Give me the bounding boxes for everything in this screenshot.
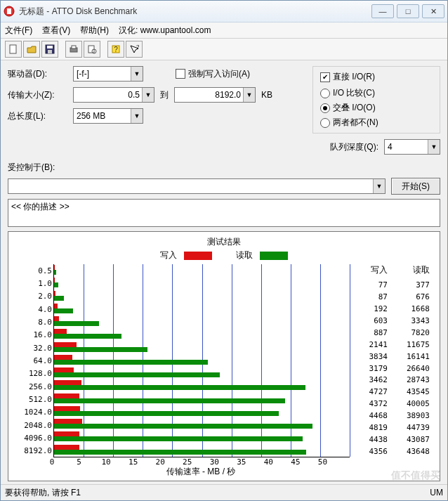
status-right-text: UM [430,488,443,497]
io-overlap-radio[interactable]: 交叠 I/O(O) [320,102,433,114]
print-icon[interactable] [65,41,82,58]
total-length-select[interactable]: 256 MB▼ [73,108,143,124]
menu-help[interactable]: 帮助(H) [80,25,109,37]
status-help-text: 要获得帮助, 请按 F1 [5,487,81,499]
write-column: 写入77871926038872141383431793462472743724… [350,264,392,457]
transfer-unit: KB [261,90,272,100]
open-icon[interactable] [23,41,40,58]
legend-read-swatch [260,252,288,260]
queue-depth-select[interactable]: 4▼ [384,139,440,155]
direct-io-checkbox[interactable]: ✔直接 I/O(R) [320,71,433,83]
statusbar: 要获得帮助, 请按 F1 UM [1,484,447,500]
toolbar: ? ? [1,39,447,60]
controlled-by-select[interactable]: ▼ [8,178,386,194]
close-button[interactable]: ✕ [422,4,444,18]
menu-sinicize[interactable]: 汉化: www.upantool.com [119,25,211,37]
transfer-from-select[interactable]: 0.5▼ [73,87,154,103]
svg-rect-4 [47,46,53,48]
titlebar: 无标题 - ATTO Disk Benchmark — □ ✕ [1,1,447,22]
controlled-by-label: 受控制于(B): [8,162,55,174]
results-title: 测试结果 [14,236,434,248]
queue-depth-label: 队列深度(Q): [330,141,378,153]
io-options-group: ✔直接 I/O(R) I/O 比较(C) 交叠 I/O(O) 两者都不(N) [312,66,440,134]
body: 驱动器(D): [-f-]▼ 强制写入访问(A) 传输大小(Z): 0.5▼ 到… [1,60,447,484]
io-compare-radio[interactable]: I/O 比较(C) [320,87,433,99]
legend: 写入 读取 [14,249,434,261]
help-icon[interactable]: ? [107,41,124,58]
minimize-button[interactable]: — [371,4,394,18]
x-axis-label: 传输速率 - MB / 秒 [52,466,350,478]
transfer-to-select[interactable]: 8192.0▼ [174,87,256,103]
maximize-button[interactable]: □ [397,4,419,18]
svg-rect-2 [10,45,16,53]
y-axis-labels: 0.51.02.04.08.016.032.064.0128.0256.0512… [14,264,53,457]
drive-select[interactable]: [-f-]▼ [73,66,143,82]
context-help-icon[interactable]: ? [126,41,143,58]
window-title: 无标题 - ATTO Disk Benchmark [19,6,371,18]
io-neither-radio[interactable]: 两者都不(N) [320,117,433,129]
app-icon [4,6,15,17]
drive-label: 驱动器(D): [8,68,67,80]
svg-text:?: ? [136,44,139,50]
svg-rect-5 [48,50,52,53]
legend-read-label: 读取 [236,249,253,261]
menu-view[interactable]: 查看(V) [42,25,70,37]
transfer-size-label: 传输大小(Z): [8,89,67,101]
legend-write-swatch [184,252,212,260]
new-icon[interactable] [5,41,22,58]
window-controls: — □ ✕ [371,4,444,18]
save-icon[interactable] [41,41,58,58]
legend-write-label: 写入 [160,249,177,261]
print-preview-icon[interactable] [84,41,100,58]
chart-area: 0.51.02.04.08.016.032.064.0128.0256.0512… [14,264,434,457]
force-write-checkbox[interactable]: 强制写入访问(A) [176,68,250,80]
read-column: 读取37767616683343782011675161412664028743… [392,264,434,457]
total-length-label: 总长度(L): [8,110,67,122]
results-panel: 测试结果 写入 读取 0.51.02.04.08.016.032.064.012… [8,231,440,481]
start-button[interactable]: 开始(S) [391,178,440,195]
svg-text:?: ? [114,46,118,53]
app-window: 无标题 - ATTO Disk Benchmark — □ ✕ 文件(F) 查看… [0,0,448,501]
x-axis-ticks: 05101520253035404550 [52,457,350,467]
menu-file[interactable]: 文件(F) [5,25,32,37]
description-input[interactable]: << 你的描述 >> [8,199,440,227]
menubar: 文件(F) 查看(V) 帮助(H) 汉化: www.upantool.com [1,22,447,39]
svg-rect-1 [7,8,11,14]
bar-chart [53,264,350,457]
svg-rect-7 [72,46,76,48]
transfer-to-label: 到 [160,89,169,101]
value-columns: 写入77871926038872141383431793462472743724… [350,264,434,457]
